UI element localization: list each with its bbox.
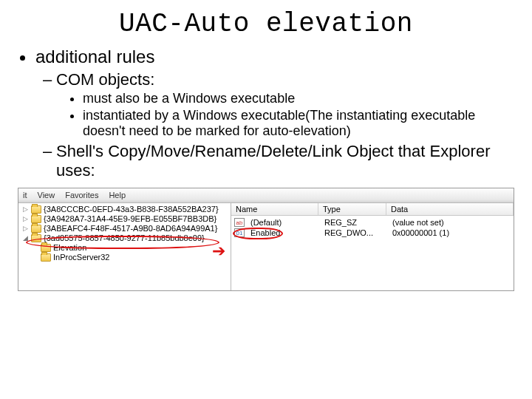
column-header-data[interactable]: Data [386,203,514,215]
bullet-text: COM objects: [56,70,154,89]
tree-label: {3ABEAFC4-F48F-4517-A9B0-8AD6A94A99A1} [44,224,217,233]
folder-icon [31,234,41,242]
folder-icon [41,244,51,252]
folder-icon [31,205,41,214]
slide-title: UAC-Auto elevation [18,9,514,39]
bullet-text: must also be a Windows executable [83,91,295,106]
chevron-right-icon[interactable]: ▷ [21,205,29,213]
folder-icon [41,253,51,262]
tree-item[interactable]: ▷ {3A8CCCBC-0EFD-43a3-B838-F38A552BA237} [21,205,228,214]
tree-item[interactable]: ◢ {3ad05575-8857-4850-9277-11b85bdb8e09} [21,233,228,243]
values-pane: Name Type Data ab (Default) REG_SZ (valu… [231,203,514,290]
value-data: (value not set) [388,217,514,228]
tree-item[interactable]: ▷ {3ABEAFC4-F48F-4517-A9B0-8AD6A94A99A1} [21,224,228,233]
tree-label: {3A9428A7-31A4-45E9-9EFB-E055BF7BB3DB} [44,214,216,223]
bullet-text: additional rules [35,47,154,66]
regedit-window: it View Favorites Help ▷ {3A8CCCBC-0EFD-… [18,188,514,291]
tree-label: InProcServer32 [53,253,109,262]
menu-item[interactable]: it [23,191,27,200]
bullet-text: instantiated by a Windows executable(The… [83,108,475,138]
column-header-type[interactable]: Type [318,203,386,215]
bullet-l3: instantiated by a Windows executable(The… [83,108,514,139]
folder-icon [31,215,41,223]
reg-dword-icon: 01 [234,228,245,237]
value-type: REG_DWO... [320,228,388,238]
menu-item[interactable]: Help [109,191,126,200]
reg-string-icon: ab [234,218,245,227]
tree-item[interactable]: Elevation [21,243,228,253]
bullet-l2: COM objects: must also be a Windows exec… [56,70,514,139]
menu-bar: it View Favorites Help [18,188,514,203]
tree-label: {3ad05575-8857-4850-9277-11b85bdb8e09} [44,233,205,242]
value-row[interactable]: 01 Enabled REG_DWO... 0x00000001 (1) [231,228,514,238]
tree-item[interactable]: ▷ {3A9428A7-31A4-45E9-9EFB-E055BF7BB3DB} [21,214,228,224]
bullet-l1: additional rules COM objects: must also … [35,47,514,180]
tree-label: {3A8CCCBC-0EFD-43a3-B838-F38A552BA237} [44,205,219,214]
chevron-down-icon[interactable]: ◢ [21,234,29,242]
chevron-right-icon[interactable]: ▷ [21,215,29,222]
values-header: Name Type Data [231,203,514,216]
value-row[interactable]: ab (Default) REG_SZ (value not set) [231,217,514,228]
bullet-l2: Shell's Copy/Move/Rename/Delete/Link Obj… [56,142,514,180]
column-header-name[interactable]: Name [231,203,318,215]
tree-pane: ▷ {3A8CCCBC-0EFD-43a3-B838-F38A552BA237}… [18,203,231,290]
tree-label: Elevation [53,243,86,252]
bullet-l3: must also be a Windows executable [83,91,514,106]
folder-icon [31,225,41,233]
value-name: Enabled [246,228,320,238]
bullet-text: Shell's Copy/Move/Rename/Delete/Link Obj… [56,142,490,180]
value-name: (Default) [246,217,320,228]
menu-item[interactable]: Favorites [65,191,98,200]
value-data: 0x00000001 (1) [388,228,514,238]
chevron-right-icon[interactable]: ▷ [21,225,29,232]
value-type: REG_SZ [320,217,388,228]
menu-item[interactable]: View [38,191,55,200]
tree-item[interactable]: InProcServer32 [21,253,228,262]
bullet-list: additional rules COM objects: must also … [24,47,514,180]
